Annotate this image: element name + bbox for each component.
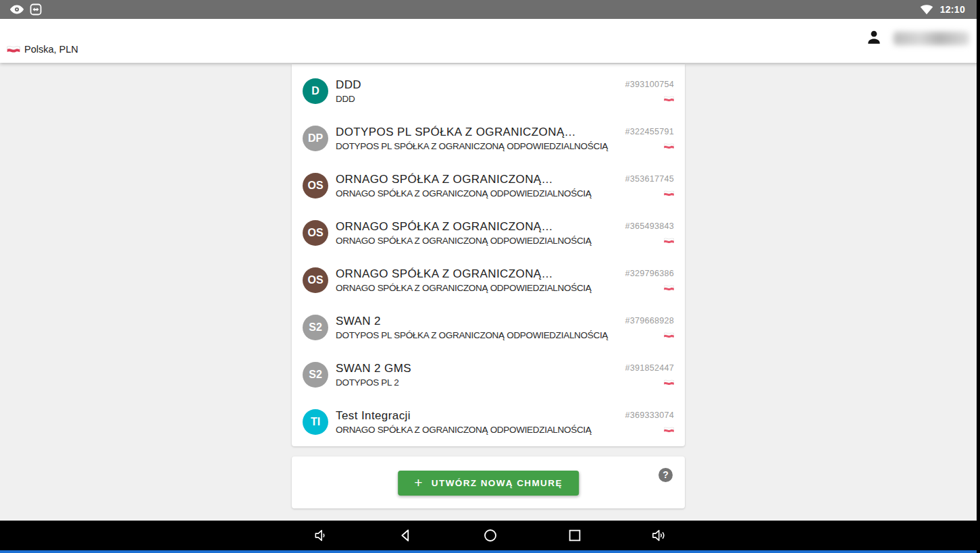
status-time: 12:10 [940, 4, 965, 15]
cloud-list-item[interactable]: TI Test Integracji ORNAGO SPÓŁKA Z OGRAN… [292, 398, 685, 446]
cloud-title: ORNAGO SPÓŁKA Z OGRANICZONĄ… [336, 173, 613, 186]
create-new-cloud-label: UTWÓRZ NOWĄ CHMURĘ [432, 478, 563, 488]
plus-icon: + [414, 475, 423, 490]
poland-flag-icon [664, 95, 674, 103]
poland-flag-icon [664, 332, 674, 339]
wifi-icon [920, 5, 933, 15]
cloud-list-item[interactable]: OS ORNAGO SPÓŁKA Z OGRANICZONĄ… ORNAGO S… [292, 209, 685, 257]
poland-flag-icon [664, 284, 674, 292]
action-card: + UTWÓRZ NOWĄ CHMURĘ ? [292, 456, 685, 508]
app-header: Polska, PLN [0, 19, 980, 63]
cloud-company-subtitle: DOTYPOS PL 2 [336, 377, 613, 388]
cloud-avatar: TI [303, 409, 328, 435]
poland-flag-icon [664, 190, 674, 197]
back-button[interactable] [397, 527, 415, 544]
poland-flag-icon [664, 237, 674, 244]
poland-flag-icon [664, 379, 674, 386]
cloud-avatar: S2 [303, 315, 328, 340]
cloud-company-subtitle: DOTYPOS PL SPÓŁKA Z OGRANICZONĄ ODPOWIED… [336, 141, 613, 151]
poland-flag-icon [664, 142, 674, 150]
poland-flag-icon [664, 426, 674, 433]
bottom-accent-line [0, 550, 980, 553]
status-bar: 12:10 [0, 0, 980, 19]
cloud-id: #391852447 [625, 363, 674, 373]
cloud-title: ORNAGO SPÓŁKA Z OGRANICZONĄ… [336, 267, 613, 281]
cloud-avatar: S2 [303, 362, 328, 388]
cloud-avatar: OS [303, 220, 328, 246]
cloud-company-subtitle: ORNAGO SPÓŁKA Z OGRANICZONĄ ODPOWIEDZIAL… [336, 236, 613, 246]
screen-right-bezel [977, 0, 980, 553]
cloud-list-item[interactable]: S2 SWAN 2 DOTYPOS PL SPÓŁKA Z OGRANICZON… [292, 304, 685, 351]
eye-icon [9, 4, 24, 15]
cloud-company-subtitle: ORNAGO SPÓŁKA Z OGRANICZONĄ ODPOWIEDZIAL… [336, 188, 613, 199]
cloud-id: #365493843 [625, 221, 674, 231]
cloud-title: SWAN 2 GMS [336, 362, 613, 375]
status-bar-right: 12:10 [920, 4, 971, 15]
android-nav-bar [0, 521, 980, 550]
cloud-company-subtitle: DOTYPOS PL SPÓŁKA Z OGRANICZONĄ ODPOWIED… [336, 330, 613, 340]
cloud-id: #393100754 [625, 80, 674, 89]
cloud-avatar: D [303, 78, 328, 104]
cloud-id: #322455791 [625, 127, 674, 136]
cloud-title: DOTYPOS PL SPÓŁKA Z OGRANICZONĄ… [336, 126, 613, 139]
cloud-company-subtitle: DDD [336, 94, 613, 104]
cloud-title: Test Integracji [336, 409, 613, 423]
cloud-avatar: DP [303, 126, 328, 151]
poland-flag-icon [7, 45, 20, 54]
help-button[interactable]: ? [659, 468, 673, 482]
person-icon [865, 28, 883, 49]
cloud-company-subtitle: ORNAGO SPÓŁKA Z OGRANICZONĄ ODPOWIEDZIAL… [336, 283, 613, 293]
recents-button[interactable] [566, 527, 584, 544]
screen: 12:10 Polska, PLN D [0, 0, 980, 553]
user-name-blurred [894, 32, 969, 45]
cloud-id: #329796386 [625, 269, 674, 278]
cloud-title: SWAN 2 [336, 315, 613, 328]
cloud-title: ORNAGO SPÓŁKA Z OGRANICZONĄ… [336, 220, 613, 234]
cloud-list-item[interactable]: OS ORNAGO SPÓŁKA Z OGRANICZONĄ… ORNAGO S… [292, 257, 685, 304]
cloud-company-subtitle: ORNAGO SPÓŁKA Z OGRANICZONĄ ODPOWIEDZIAL… [336, 425, 613, 435]
country-currency-selector[interactable]: Polska, PLN [7, 44, 78, 55]
create-new-cloud-button[interactable]: + UTWÓRZ NOWĄ CHMURĘ [398, 471, 579, 496]
cloud-id: #369333074 [625, 411, 674, 420]
cloud-list-card: D DDD DDD #393100754 DP DOTYPOS PL SPÓŁK… [292, 64, 685, 446]
home-button[interactable] [482, 527, 499, 544]
cloud-avatar: OS [303, 173, 328, 199]
user-account[interactable] [865, 28, 969, 49]
teamviewer-icon [30, 3, 42, 16]
cloud-id: #353617745 [625, 174, 674, 184]
cloud-list-item[interactable]: S2 SWAN 2 GMS DOTYPOS PL 2 #391852447 [292, 351, 685, 398]
cloud-list-item[interactable]: OS ORNAGO SPÓŁKA Z OGRANICZONĄ… ORNAGO S… [292, 162, 685, 209]
volume-down-button[interactable] [313, 527, 330, 544]
cloud-id: #379668928 [625, 316, 674, 325]
cloud-title: DDD [336, 78, 613, 92]
cloud-avatar: OS [303, 267, 328, 293]
volume-up-button[interactable] [650, 527, 668, 544]
cloud-list-item[interactable]: DP DOTYPOS PL SPÓŁKA Z OGRANICZONĄ… DOTY… [292, 115, 685, 162]
country-currency-label: Polska, PLN [24, 44, 78, 55]
cloud-list-item[interactable]: D DDD DDD #393100754 [292, 68, 685, 115]
status-bar-left [9, 3, 42, 16]
question-mark-icon: ? [663, 468, 669, 482]
